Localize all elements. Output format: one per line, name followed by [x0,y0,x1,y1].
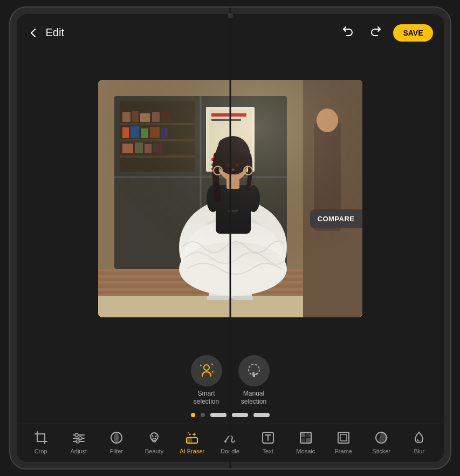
blur-icon [411,430,427,446]
text-label: Text [263,448,273,454]
dot-3[interactable] [210,413,226,417]
svg-rect-89 [338,432,349,443]
crop-icon [33,430,49,446]
compare-button[interactable]: COMPARE [310,209,362,228]
sticker-label: Sticker [372,448,390,454]
adjust-tool[interactable]: Adjust [65,430,93,454]
beauty-tool[interactable]: Beauty [140,430,168,454]
crop-tool[interactable]: Crop [27,430,55,454]
text-tool[interactable]: Text [254,430,282,454]
fold-line [229,8,231,468]
manual-selection-icon-circle [238,355,270,386]
ai-eraser-tool[interactable]: AI Eraser [178,430,206,454]
svg-point-92 [381,432,382,433]
adjust-label: Adjust [70,448,87,454]
ai-eraser-label: AI Eraser [180,448,204,454]
svg-rect-90 [340,434,347,441]
frame-icon [335,430,352,446]
frame-tool[interactable]: Frame [329,430,358,454]
crop-label: Crop [35,448,47,454]
ai-eraser-icon [184,430,200,446]
text-icon [260,430,276,446]
adjust-icon [71,430,87,446]
svg-rect-85 [300,432,305,437]
svg-point-73 [76,440,79,443]
svg-point-65 [204,365,209,370]
undo-button[interactable] [337,23,359,43]
svg-rect-67 [252,372,255,376]
dot-1[interactable] [191,413,195,417]
svg-rect-87 [306,432,311,437]
dot-2[interactable] [201,413,205,417]
filter-tool[interactable]: Filter [102,430,131,454]
blur-label: Blur [414,448,425,454]
mosaic-tool[interactable]: Mosaic [292,430,320,454]
filter-label: Filter [110,448,123,454]
beauty-icon [146,430,162,446]
svg-point-71 [75,433,78,437]
manual-selection-tool[interactable]: Manualselection [238,355,270,406]
svg-point-80 [189,434,191,436]
smart-selection-label: Smartselection [194,390,219,406]
dot-4[interactable] [232,413,248,417]
save-button[interactable]: SAVE [393,24,432,42]
svg-point-82 [224,440,226,443]
device: Edit SAVE [9,6,451,470]
manual-selection-label: Manualselection [241,390,266,406]
smart-selection-icon-circle [191,355,222,386]
blur-tool[interactable]: Blur [405,430,433,454]
redo-button[interactable] [365,23,387,43]
svg-point-77 [155,436,157,437]
mosaic-icon [298,430,314,446]
svg-point-81 [188,432,189,433]
smart-selection-tool[interactable]: Smartselection [191,355,222,406]
sticker-icon [373,430,389,446]
svg-point-75 [150,433,158,440]
svg-rect-88 [300,438,305,443]
svg-point-93 [386,437,388,439]
back-button[interactable] [28,27,39,39]
page-title: Edit [46,26,331,39]
filter-icon [108,430,125,446]
mosaic-label: Mosaic [296,448,315,454]
camera-notch [228,13,233,18]
svg-rect-86 [306,438,311,443]
frame-label: Frame [335,448,352,454]
svg-point-76 [152,436,154,437]
beauty-label: Beauty [145,448,163,454]
svg-point-72 [79,437,82,440]
sticker-tool[interactable]: Sticker [367,430,395,454]
dot-5[interactable] [253,413,270,417]
svg-rect-79 [187,438,192,443]
